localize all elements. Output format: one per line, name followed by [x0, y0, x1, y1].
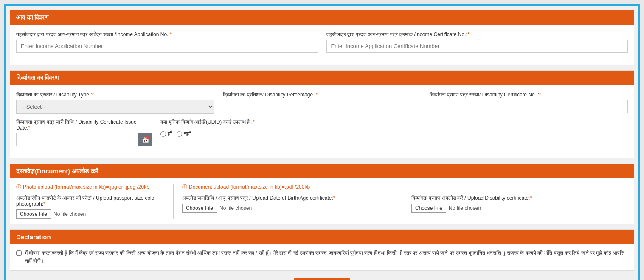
declaration-checkbox[interactable] — [16, 250, 22, 256]
income-app-no-input[interactable] — [16, 40, 318, 53]
udid-no-label: नहीं — [177, 130, 191, 137]
declaration-body: मैं घोषणा करता/करती हूँ कि मैं केंद्र एव… — [10, 244, 634, 270]
dob-upload-item: अपलोड जन्मतिथि / आयु प्रमाण पत्र / Uploa… — [182, 195, 399, 213]
disability-type-group: दिव्यांगता का प्रकार / Disability Type :… — [16, 92, 214, 114]
income-header-text: आय का विवरण — [16, 14, 48, 21]
disability-cert-choose-file-button[interactable]: Choose File — [411, 204, 446, 213]
dob-no-file-text: No file chosen — [219, 205, 252, 211]
income-section-header: आय का विवरण — [10, 10, 634, 25]
doc-upload-info: ⓘDocument upload (format/max.size in kb)… — [182, 184, 628, 191]
upload-section-body: ⓘPhoto upload (format/max.size in kb)=.j… — [10, 178, 634, 224]
calendar-icon[interactable]: 📅 — [138, 133, 152, 146]
disability-header-text: दिव्यांगता का विवरण — [16, 74, 59, 81]
disability-section-body: दिव्यांगता का प्रकार / Disability Type :… — [10, 85, 634, 158]
disability-section-header: दिव्यांगता का विवरण — [10, 71, 634, 85]
disability-type-label: दिव्यांगता का प्रकार / Disability Type :… — [16, 92, 214, 98]
udid-yes-radio[interactable] — [160, 131, 166, 137]
photo-upload-label: अपलोड रंगीन पासपोर्ट के आकार की फोटो / U… — [16, 195, 165, 207]
bottom-row: SUBMIT — [10, 274, 634, 280]
dob-file-row: Choose File No file chosen — [182, 204, 399, 213]
udid-no-radio[interactable] — [177, 131, 182, 137]
dob-upload-label: अपलोड जन्मतिथि / आयु प्रमाण पत्र / Uploa… — [182, 195, 399, 201]
disability-row2: दिव्यांगता प्रमाण पत्र जारी तिथि / Disab… — [16, 119, 628, 146]
disability-percentage-group: दिव्यांगता का प्रतिशत/ Disability Percen… — [223, 92, 421, 114]
photo-file-row: Choose File No file chosen — [16, 209, 165, 219]
doc-upload-col: ⓘDocument upload (format/max.size in kb)… — [174, 184, 628, 219]
disability-issue-date-group: दिव्यांगता प्रमाण पत्र जारी तिथि / Disab… — [16, 119, 152, 146]
disability-section: दिव्यांगता का विवरण दिव्यांगता का प्रकार… — [10, 70, 634, 158]
page-container: आय का विवरण तहसीलदार द्वारा प्रदत्त आय-प… — [4, 4, 640, 280]
udid-label: क्या यूनिक दिव्यांग आईडी(UDID) कार्ड उपल… — [160, 119, 628, 125]
disability-cert-no-input[interactable] — [430, 100, 628, 113]
disability-cert-upload-label: दिव्यांगता प्रमाण अपलोड करें / Upload Di… — [411, 195, 628, 201]
income-section: आय का विवरण तहसीलदार द्वारा प्रदत्त आय-प… — [10, 10, 634, 65]
income-cert-no-group: तहसीलदार द्वारा प्रदत्त आय-प्रमाण पत्र क… — [326, 31, 628, 53]
udid-group: क्या यूनिक दिव्यांग आईडी(UDID) कार्ड उपल… — [160, 119, 628, 146]
disability-issue-date-input[interactable] — [16, 133, 152, 146]
income-form-row: तहसीलदार द्वारा प्रदत्त आय-प्रमाण पत्र आ… — [16, 31, 628, 53]
income-section-body: तहसीलदार द्वारा प्रदत्त आय-प्रमाण पत्र आ… — [10, 25, 634, 65]
disability-percentage-label: दिव्यांगता का प्रतिशत/ Disability Percen… — [223, 92, 421, 98]
photo-no-file-text: No file chosen — [53, 211, 86, 217]
income-cert-no-label: तहसीलदार द्वारा प्रदत्त आय-प्रमाण पत्र क… — [326, 31, 628, 37]
udid-yes-label: हाँ — [160, 130, 172, 137]
declaration-header: Declaration — [10, 230, 634, 244]
disability-cert-upload-item: दिव्यांगता प्रमाण अपलोड करें / Upload Di… — [411, 195, 628, 213]
disability-cert-no-file-text: No file chosen — [449, 205, 481, 211]
photo-choose-file-button[interactable]: Choose File — [16, 209, 51, 219]
photo-upload-info: ⓘPhoto upload (format/max.size in kb)=.j… — [16, 184, 165, 191]
income-app-no-group: तहसीलदार द्वारा प्रदत्त आय-प्रमाण पत्र आ… — [16, 31, 318, 53]
submit-button[interactable]: SUBMIT — [294, 278, 351, 280]
photo-upload-col: ⓘPhoto upload (format/max.size in kb)=.j… — [16, 184, 174, 219]
doc-inner-row: अपलोड जन्मतिथि / आयु प्रमाण पत्र / Uploa… — [182, 195, 628, 213]
disability-type-select[interactable]: --Select-- — [16, 100, 214, 114]
declaration-section: Declaration मैं घोषणा करता/करती हूँ कि म… — [10, 229, 634, 271]
income-cert-no-input[interactable] — [326, 40, 628, 53]
declaration-text: मैं घोषणा करता/करती हूँ कि मैं केंद्र एव… — [25, 249, 628, 265]
udid-radio-group: हाँ नहीं — [160, 130, 628, 139]
declaration-text-block: मैं घोषणा करता/करती हूँ कि मैं केंद्र एव… — [16, 249, 628, 265]
upload-container: ⓘPhoto upload (format/max.size in kb)=.j… — [16, 184, 628, 219]
disability-cert-file-row: Choose File No file chosen — [411, 204, 628, 213]
income-app-no-label: तहसीलदार द्वारा प्रदत्त आय-प्रमाण पत्र आ… — [16, 31, 318, 37]
disability-cert-no-group: दिव्यांगता प्रमाण पत्र संख्या/ Disabilit… — [430, 92, 628, 114]
disability-row1: दिव्यांगता का प्रकार / Disability Type :… — [16, 92, 628, 114]
disability-percentage-input[interactable] — [223, 100, 421, 113]
declaration-header-text: Declaration — [16, 233, 51, 240]
date-wrapper: 📅 — [16, 133, 152, 146]
document-section: दस्तावेज़(Document) अपलोड करें ⓘPhoto up… — [10, 164, 634, 224]
dob-choose-file-button[interactable]: Choose File — [182, 204, 217, 213]
disability-issue-date-label: दिव्यांगता प्रमाण पत्र जारी तिथि / Disab… — [16, 119, 152, 131]
document-header-text: दस्तावेज़(Document) अपलोड करें — [16, 167, 98, 175]
document-section-header: दस्तावेज़(Document) अपलोड करें — [10, 164, 634, 178]
disability-cert-no-label: दिव्यांगता प्रमाण पत्र संख्या/ Disabilit… — [430, 92, 628, 98]
